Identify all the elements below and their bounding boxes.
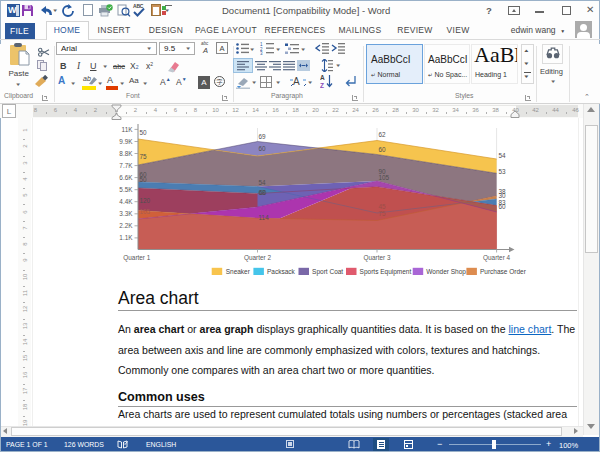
svg-text:75: 75	[379, 210, 387, 217]
svg-text:30: 30	[499, 192, 507, 199]
svg-text:54: 54	[259, 179, 267, 186]
svg-text:Quarter 3: Quarter 3	[364, 254, 391, 262]
svg-text:7.7K: 7.7K	[119, 162, 133, 169]
svg-text:Packsack: Packsack	[267, 268, 296, 275]
svg-text:Z: Z	[320, 82, 324, 89]
svg-text:50: 50	[140, 129, 148, 136]
svg-text:Sneaker: Sneaker	[226, 268, 251, 275]
svg-text:105: 105	[379, 174, 390, 181]
svg-text:2.2K: 2.2K	[119, 222, 133, 229]
svg-text:4.4K: 4.4K	[119, 198, 133, 205]
svg-text:120: 120	[140, 197, 151, 204]
svg-text:53: 53	[499, 168, 507, 175]
svg-text:54: 54	[499, 152, 507, 159]
svg-text:9.9K: 9.9K	[119, 138, 133, 145]
svg-text:A: A	[293, 76, 300, 87]
svg-text:Wonder Shop: Wonder Shop	[426, 268, 466, 276]
svg-text:5.5K: 5.5K	[119, 186, 133, 193]
svg-text:Sports Equipment: Sports Equipment	[360, 268, 412, 276]
svg-text:60: 60	[499, 203, 507, 210]
svg-text:8.8K: 8.8K	[119, 150, 133, 157]
svg-text:60: 60	[259, 189, 267, 196]
svg-text:11K: 11K	[122, 126, 134, 133]
svg-text:75: 75	[140, 153, 148, 160]
svg-text:50: 50	[140, 176, 148, 183]
svg-text:6.6K: 6.6K	[119, 174, 133, 181]
svg-text:60: 60	[259, 145, 267, 152]
svg-text:3: 3	[260, 51, 263, 55]
svg-text:114: 114	[259, 214, 270, 221]
svg-text:Quarter 2: Quarter 2	[244, 254, 271, 262]
svg-text:1.1K: 1.1K	[119, 234, 133, 241]
svg-text:62: 62	[379, 131, 387, 138]
svg-text:Quarter 1: Quarter 1	[123, 254, 150, 262]
svg-text:Sport Coat: Sport Coat	[312, 268, 343, 276]
svg-text:45: 45	[379, 203, 387, 210]
svg-text:Quarter 4: Quarter 4	[483, 254, 510, 262]
svg-text:69: 69	[259, 133, 267, 140]
svg-text:A: A	[320, 74, 325, 81]
svg-text:Purchase Order: Purchase Order	[480, 268, 527, 275]
svg-text:105: 105	[140, 208, 151, 215]
svg-text:3.3K: 3.3K	[119, 210, 133, 217]
svg-text:60: 60	[379, 146, 387, 153]
